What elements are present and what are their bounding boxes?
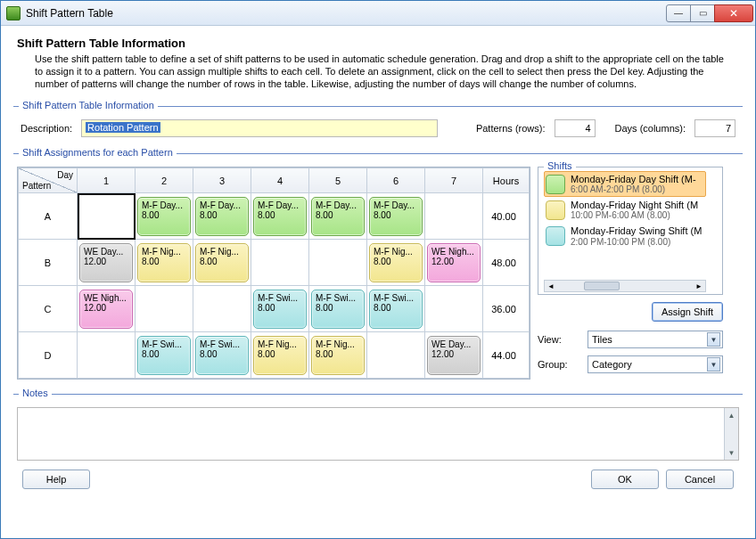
close-button[interactable]: ✕ — [714, 4, 753, 22]
shifts-vertical-scrollbar[interactable]: ▲ ▼ — [706, 171, 719, 280]
shift-cell[interactable] — [425, 286, 483, 332]
shift-list-item[interactable]: Monday-Friday Day Shift (M-6:00 AM-2:00 … — [544, 171, 706, 197]
group-assignments: Shift Assignments for each Pattern DayPa… — [13, 153, 743, 381]
page-heading: Shift Pattern Table Information — [17, 37, 743, 50]
shift-chip[interactable]: M-F Day...8.00 — [137, 197, 191, 236]
day-header: 1 — [78, 168, 136, 193]
shift-chip[interactable]: M-F Nig...8.00 — [311, 336, 365, 375]
shift-chip[interactable]: M-F Swi...8.00 — [137, 336, 191, 375]
view-combo[interactable]: Tiles ▼ — [588, 331, 723, 348]
shift-cell[interactable] — [309, 240, 367, 286]
description-label: Description: — [21, 123, 72, 134]
shift-cell[interactable]: M-F Swi...8.00 — [309, 286, 367, 332]
shift-cell[interactable] — [136, 286, 193, 332]
scroll-up-icon[interactable]: ▲ — [707, 172, 718, 184]
shift-chip[interactable]: M-F Day...8.00 — [253, 197, 307, 236]
shift-swatch — [546, 200, 565, 220]
footer: Help OK Cancel — [13, 464, 743, 498]
maximize-button[interactable]: ▭ — [690, 4, 715, 22]
group-combo[interactable]: Category ▼ — [588, 355, 723, 373]
pattern-row-label: D — [19, 332, 78, 379]
shift-chip[interactable]: M-F Day...8.00 — [369, 197, 423, 236]
patterns-input[interactable] — [555, 119, 596, 137]
day-header: 6 — [367, 168, 425, 193]
group-table-info-legend: Shift Pattern Table Information — [19, 100, 158, 110]
shift-cell[interactable]: WE Nigh...12.00 — [425, 240, 483, 286]
window-title: Shift Pattern Table — [26, 7, 667, 20]
shift-cell[interactable]: M-F Day...8.00 — [309, 193, 367, 240]
shift-cell[interactable]: WE Day...12.00 — [78, 240, 136, 286]
scroll-right-icon[interactable]: ► — [693, 282, 705, 290]
shift-cell[interactable]: M-F Nig...8.00 — [251, 332, 309, 379]
shift-cell[interactable]: M-F Nig...8.00 — [309, 332, 367, 379]
pattern-row-label: A — [19, 193, 78, 240]
day-header: 3 — [193, 168, 251, 193]
shift-chip[interactable]: WE Nigh...12.00 — [427, 243, 481, 282]
shift-cell[interactable]: M-F Day...8.00 — [367, 193, 425, 240]
shift-cell[interactable]: M-F Swi...8.00 — [367, 286, 425, 332]
shift-chip[interactable]: M-F Day...8.00 — [311, 197, 365, 236]
help-button[interactable]: Help — [22, 470, 90, 489]
shift-list-item[interactable]: Monday-Friday Night Shift (M10:00 PM-6:0… — [544, 197, 706, 223]
cancel-button[interactable]: Cancel — [666, 470, 734, 489]
shift-cell[interactable]: M-F Swi...8.00 — [136, 332, 193, 379]
shift-cell[interactable] — [367, 332, 425, 379]
shift-chip[interactable]: M-F Swi...8.00 — [195, 336, 249, 375]
shift-chip[interactable]: M-F Day...8.00 — [195, 197, 249, 236]
scroll-left-icon[interactable]: ◄ — [545, 282, 557, 290]
shift-cell[interactable]: M-F Day...8.00 — [251, 193, 309, 240]
scroll-down-icon[interactable]: ▼ — [707, 266, 718, 279]
shift-chip[interactable]: WE Day...12.00 — [79, 243, 133, 282]
shift-chip[interactable]: WE Nigh...12.00 — [79, 290, 133, 329]
assign-shift-button[interactable]: Assign Shift — [652, 302, 723, 322]
day-header: 2 — [136, 168, 193, 193]
shift-cell[interactable]: WE Nigh...12.00 — [78, 286, 136, 332]
ok-button[interactable]: OK — [591, 470, 659, 489]
window-buttons: — ▭ ✕ — [667, 4, 753, 22]
shift-cell[interactable]: M-F Day...8.00 — [193, 193, 251, 240]
group-table-info: Shift Pattern Table Information Descript… — [13, 106, 743, 144]
shift-chip[interactable]: M-F Swi...8.00 — [311, 290, 365, 329]
scroll-up-icon[interactable]: ▲ — [725, 408, 738, 422]
dialog-window: Shift Pattern Table — ▭ ✕ Shift Pattern … — [0, 0, 756, 539]
shift-chip[interactable]: M-F Nig...8.00 — [253, 336, 307, 375]
hours-cell: 48.00 — [483, 240, 530, 286]
shift-list-item[interactable]: Monday-Friday Swing Shift (M2:00 PM-10:0… — [544, 223, 706, 249]
shift-cell[interactable]: M-F Swi...8.00 — [193, 332, 251, 379]
group-combo-value: Category — [592, 359, 632, 370]
shift-cell[interactable]: M-F Day...8.00 — [136, 193, 193, 240]
shift-cell[interactable] — [78, 193, 136, 240]
shift-cell[interactable]: WE Day...12.00 — [425, 332, 483, 379]
shift-chip[interactable]: M-F Nig...8.00 — [137, 243, 191, 282]
hours-cell: 44.00 — [483, 332, 530, 379]
shift-chip[interactable]: M-F Nig...8.00 — [369, 243, 423, 282]
shift-cell[interactable] — [78, 332, 136, 379]
group-label: Group: — [538, 359, 580, 370]
scroll-down-icon[interactable]: ▼ — [725, 445, 738, 460]
days-input[interactable] — [694, 119, 735, 137]
notes-scrollbar[interactable]: ▲ ▼ — [724, 408, 738, 460]
shift-cell[interactable]: M-F Nig...8.00 — [367, 240, 425, 286]
shift-cell[interactable]: M-F Nig...8.00 — [136, 240, 193, 286]
shift-cell[interactable]: M-F Swi...8.00 — [251, 286, 309, 332]
scroll-thumb[interactable] — [584, 282, 620, 290]
grid-corner: DayPattern — [19, 168, 78, 193]
shift-chip[interactable]: WE Day...12.00 — [427, 336, 481, 375]
shift-cell[interactable] — [425, 193, 483, 240]
shifts-horizontal-scrollbar[interactable]: ◄ ► — [544, 280, 706, 292]
shift-chip[interactable]: M-F Swi...8.00 — [253, 290, 307, 329]
notes-textarea[interactable]: ▲ ▼ — [17, 407, 739, 461]
dialog-body: Shift Pattern Table Information Use the … — [1, 26, 755, 538]
pattern-grid[interactable]: DayPattern1234567Hours AM-F Day...8.00M-… — [17, 167, 530, 380]
pattern-row-label: C — [19, 286, 78, 332]
minimize-button[interactable]: — — [666, 4, 691, 22]
shift-cell[interactable] — [193, 286, 251, 332]
app-icon — [6, 6, 21, 20]
shift-cell[interactable] — [251, 240, 309, 286]
shift-cell[interactable]: M-F Nig...8.00 — [193, 240, 251, 286]
group-assignments-legend: Shift Assignments for each Pattern — [19, 147, 177, 158]
shift-chip[interactable]: M-F Nig...8.00 — [195, 243, 249, 282]
description-input[interactable]: Rotation Pattern — [81, 119, 438, 137]
shifts-list[interactable]: Monday-Friday Day Shift (M-6:00 AM-2:00 … — [544, 171, 720, 292]
shift-chip[interactable]: M-F Swi...8.00 — [369, 290, 423, 329]
